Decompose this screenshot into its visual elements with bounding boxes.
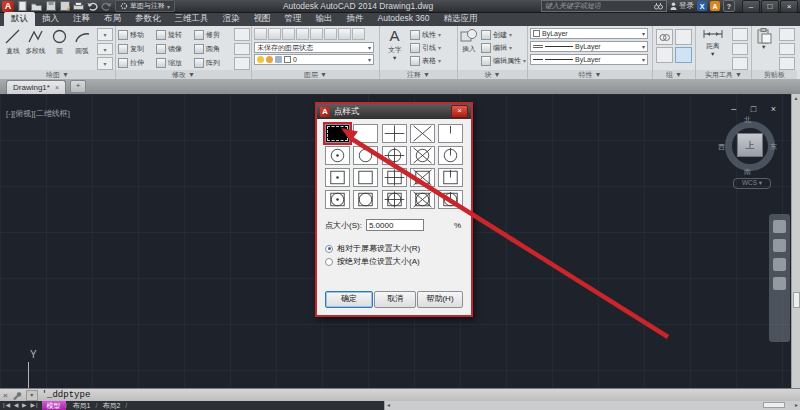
insert-block-tool[interactable]: 插入 — [460, 28, 478, 70]
command-close-icon[interactable]: × — [3, 391, 8, 400]
point-style-dot-selected[interactable] — [325, 124, 350, 143]
layer-dropdown[interactable]: 0 ▾ — [254, 54, 374, 65]
layout-tab-布局2[interactable]: 布局2 — [97, 401, 125, 410]
ribbon-tab-三维工具[interactable]: 三维工具 — [168, 12, 216, 26]
layer-tool-icon[interactable] — [268, 28, 281, 40]
radio-icon[interactable] — [325, 245, 333, 253]
panel-group-label[interactable]: 组 ▼ — [653, 70, 695, 79]
point-style-circle-cross[interactable] — [410, 146, 435, 165]
orbit-icon[interactable] — [773, 277, 786, 290]
ribbon-tab-输出[interactable]: 输出 — [309, 12, 340, 26]
panel-annotate-label[interactable]: 注释 ▼ — [380, 70, 457, 79]
draw-tool-圆[interactable]: 圆 — [49, 28, 70, 70]
modify-tool-缩放[interactable]: 缩放 — [156, 56, 194, 69]
point-style-tick[interactable] — [438, 124, 463, 143]
command-line[interactable]: × ▾ '_ddptype — [0, 388, 800, 401]
drawing-window-controls[interactable]: – □ × — [731, 104, 782, 114]
layer-tool-icon[interactable] — [254, 28, 267, 40]
copy-clip-icon[interactable] — [779, 43, 795, 56]
group-selection-toggle-icon[interactable] — [675, 47, 692, 63]
ribbon-tab-管理[interactable]: 管理 — [278, 12, 309, 26]
layer-tool-icon[interactable] — [324, 28, 337, 40]
app-store-icon[interactable]: A — [710, 1, 720, 11]
point-style-square-dot[interactable] — [325, 168, 350, 187]
vertical-scrollbar-thumb[interactable] — [793, 292, 800, 308]
scroll-up-icon[interactable]: ▴ — [794, 95, 797, 101]
scroll-left-icon[interactable]: ◂ — [387, 401, 390, 409]
recent-commands-icon[interactable]: ▾ — [26, 390, 38, 401]
point-style-circle-dot[interactable] — [325, 146, 350, 165]
ribbon-tab-渲染[interactable]: 渲染 — [216, 12, 247, 26]
viewcube[interactable]: 北 西 东 南 上 — [722, 118, 778, 174]
layer-tool-icon[interactable] — [310, 28, 323, 40]
draw-flyout-icon[interactable]: ▾ — [97, 57, 113, 70]
cut-icon[interactable] — [779, 28, 795, 41]
navigation-bar[interactable] — [769, 214, 790, 342]
modify-tool-修剪[interactable]: 修剪 — [194, 28, 232, 41]
modify-tool-阵列[interactable]: 阵列 — [194, 56, 232, 69]
ribbon-tab-默认[interactable]: 默认 — [4, 12, 35, 26]
layout-tab-布局1[interactable]: 布局1 — [68, 401, 96, 410]
ribbon-tab-参数化[interactable]: 参数化 — [128, 12, 168, 26]
layer-tool-icon[interactable] — [338, 28, 351, 40]
point-style-circle-plus[interactable] — [382, 146, 407, 165]
pan-icon[interactable] — [773, 239, 786, 252]
panel-modify-label[interactable]: 修改 ▼ — [116, 70, 251, 79]
panel-properties-label[interactable]: 特性 ▼ — [528, 70, 652, 79]
point-style-circle-tick[interactable] — [438, 146, 463, 165]
block-tool-编辑属性[interactable]: 编辑属性▾ — [481, 54, 526, 67]
app-menu-button[interactable]: A — [2, 1, 14, 12]
help-icon[interactable]: ? — [723, 0, 735, 12]
help-button[interactable]: 帮助(H) — [417, 291, 463, 308]
panel-draw-label[interactable]: 绘图 ▼ — [0, 70, 115, 79]
modify-extra-icon[interactable] — [234, 43, 250, 56]
point-style-square-tick[interactable] — [438, 168, 463, 187]
linetype-dropdown[interactable]: ByLayer▾ — [530, 54, 648, 65]
modify-extra-icon[interactable] — [234, 28, 250, 41]
workspace-switcher[interactable]: 草图与注释 ▾ — [115, 0, 175, 12]
ribbon-tab-视图[interactable]: 视图 — [247, 12, 278, 26]
compass-west[interactable]: 西 — [718, 142, 725, 152]
annotate-tool-线性[interactable]: 线性▾ — [410, 28, 441, 41]
file-tab-drawing1[interactable]: Drawing1* × — [6, 80, 66, 94]
radio-size-mode-0[interactable]: 相对于屏幕设置大小(R) — [325, 243, 463, 254]
zoom-icon[interactable] — [773, 258, 786, 271]
modify-extra-icon[interactable] — [234, 57, 250, 70]
new-file-icon[interactable] — [17, 1, 28, 12]
scroll-right-icon[interactable]: ▸ — [795, 401, 798, 409]
vertical-scrollbar[interactable]: ▴ — [791, 94, 800, 388]
layer-tool-icon[interactable] — [352, 28, 365, 40]
save-icon[interactable] — [45, 1, 56, 12]
ribbon-tab-精选应用[interactable]: 精选应用 — [436, 12, 484, 26]
compass-south[interactable]: 南 — [744, 167, 751, 177]
ribbon-tab-布局[interactable]: 布局 — [97, 12, 128, 26]
point-style-square-circle-cross[interactable] — [410, 190, 435, 209]
point-style-square-plus[interactable] — [382, 168, 407, 187]
panel-block-label[interactable]: 块 ▼ — [458, 70, 527, 79]
dialog-close-button[interactable]: × — [451, 105, 468, 118]
block-tool-编辑[interactable]: 编辑▾ — [481, 41, 526, 54]
point-style-cross[interactable] — [410, 124, 435, 143]
modify-tool-旋转[interactable]: 旋转 — [156, 28, 194, 41]
close-button[interactable]: × — [780, 0, 798, 13]
viewport-controls[interactable]: [-][俯视][二维线框] — [6, 108, 70, 119]
plot-icon[interactable] — [73, 1, 84, 12]
ribbon-tab-插件[interactable]: 插件 — [340, 12, 371, 26]
block-tool-创建[interactable]: 创建▾ — [481, 28, 526, 41]
radio-icon[interactable] — [325, 258, 333, 266]
draw-tool-直线[interactable]: 直线 — [2, 28, 23, 70]
group-edit-icon[interactable] — [675, 29, 692, 45]
full-nav-wheel-icon[interactable] — [773, 220, 786, 233]
maximize-button[interactable]: □ — [761, 0, 779, 13]
layer-state-dropdown[interactable]: 未保存的图层状态▾ — [254, 42, 374, 53]
sign-in-button[interactable]: 登录 — [670, 1, 694, 11]
find-icon[interactable] — [732, 57, 748, 70]
point-style-plus[interactable] — [382, 124, 407, 143]
new-tab-button[interactable]: + — [70, 80, 86, 93]
save-as-icon[interactable] — [59, 1, 70, 12]
radio-size-mode-1[interactable]: 按绝对单位设置大小(A) — [325, 256, 463, 267]
compass-east[interactable]: 东 — [770, 142, 777, 152]
paste-tool[interactable]: ▾ — [754, 28, 774, 70]
modify-tool-移动[interactable]: 移动 — [118, 28, 156, 41]
draw-tool-多段线[interactable]: 多段线 — [25, 28, 46, 70]
